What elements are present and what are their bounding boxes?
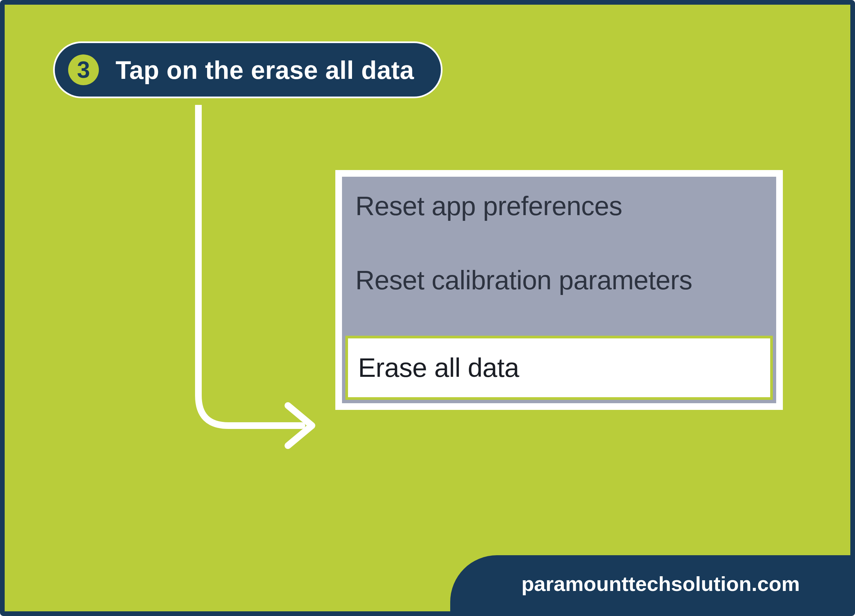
pointer-arrow-icon xyxy=(158,105,345,456)
instruction-card: 3 Tap on the erase all data Reset app pr… xyxy=(0,0,855,616)
step-title: Tap on the erase all data xyxy=(116,55,414,84)
brand-footer: paramounttechsolution.com xyxy=(450,555,851,612)
highlight-frame: Erase all data xyxy=(342,336,776,403)
menu-item-label: Reset app preferences xyxy=(355,191,622,221)
step-number: 3 xyxy=(77,57,90,83)
step-number-badge: 3 xyxy=(68,54,99,85)
brand-label: paramounttechsolution.com xyxy=(521,572,800,596)
settings-menu: Reset app preferences Reset calibration … xyxy=(342,177,776,403)
menu-item-label: Reset calibration parameters xyxy=(355,265,693,295)
menu-item-erase-all-data[interactable]: Erase all data xyxy=(348,339,770,397)
settings-menu-screenshot: Reset app preferences Reset calibration … xyxy=(335,170,783,410)
menu-item-reset-app-preferences[interactable]: Reset app preferences xyxy=(342,177,776,262)
menu-item-reset-calibration[interactable]: Reset calibration parameters xyxy=(342,262,776,336)
menu-item-label: Erase all data xyxy=(358,353,519,383)
step-banner: 3 Tap on the erase all data xyxy=(53,41,443,98)
